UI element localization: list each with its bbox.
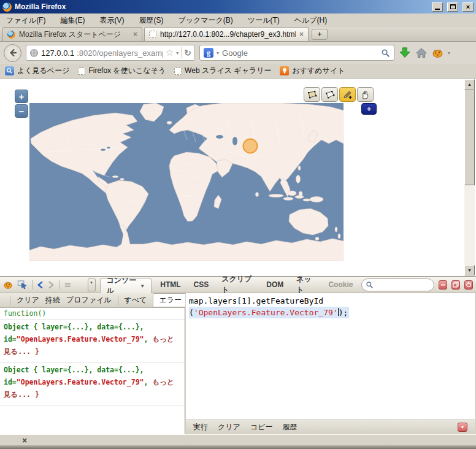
inspect-element-icon[interactable] xyxy=(17,279,28,290)
map-zoom-out-button[interactable]: − xyxy=(15,104,28,118)
tab-chapter9-ex3[interactable]: http://127.0.0.1:802...9/chapter9_ex3.ht… xyxy=(144,27,309,41)
firebug-toolbar-button[interactable] xyxy=(432,48,443,58)
run-button[interactable]: 実行 xyxy=(193,422,208,432)
collapse-editor-button[interactable]: ▼ xyxy=(458,423,467,432)
firebug-popout-button[interactable] xyxy=(451,280,460,290)
tab-label: http://127.0.0.1:802...9/chapter9_ex3.ht… xyxy=(160,30,296,39)
object-head[interactable]: Object { layer={...}, data={...}, xyxy=(4,366,144,374)
console-clear-button[interactable]: クリア xyxy=(17,295,39,305)
bookmark-firefox-help[interactable]: Firefox を使いこなそう xyxy=(78,66,166,76)
object-id-value[interactable]: "OpenLayers.Feature.Vector_79" xyxy=(17,378,144,386)
search-bar[interactable]: g ▾ xyxy=(199,45,394,61)
divider xyxy=(59,280,60,290)
tab-script[interactable]: スクリプト xyxy=(217,274,258,295)
scroll-up-button[interactable]: ▲ xyxy=(464,79,475,90)
command-bar: 実行 クリア コピー 履歴 ▼ xyxy=(186,420,475,434)
bookmark-label: よく見るページ xyxy=(17,66,69,76)
object-id-value[interactable]: "OpenLayers.Feature.Vector_79" xyxy=(17,335,144,343)
tool-draw-polygon-filled[interactable] xyxy=(304,87,320,102)
bookmark-label: Firefox を使いこなそう xyxy=(88,66,166,76)
search-engine-dropdown-icon[interactable]: ▾ xyxy=(217,50,219,56)
world-map[interactable] xyxy=(29,103,344,261)
menu-view[interactable]: 表示(V) xyxy=(99,15,124,26)
console-log-object[interactable]: Object { layer={...}, data={...}, id="Op… xyxy=(0,363,185,405)
tab-cookie[interactable]: Cookie xyxy=(324,280,357,289)
minimize-button[interactable] xyxy=(432,2,443,12)
title-bar: Mozilla Firefox × xyxy=(0,0,476,13)
vector-feature-marker[interactable] xyxy=(244,139,258,153)
filter-errors-button[interactable]: エラー xyxy=(153,293,185,307)
url-bar[interactable]: 127.0.0.1 :8020/openlayers_example/C ☆ ▾… xyxy=(26,45,195,61)
search-icon[interactable] xyxy=(381,48,390,58)
firebug-minimize-button[interactable] xyxy=(439,280,447,290)
menu-edit[interactable]: 編集(E) xyxy=(60,15,85,26)
filter-all-button[interactable]: すべて xyxy=(125,295,147,305)
console-log-function[interactable]: function() xyxy=(0,308,185,320)
tab-start-page[interactable]: Mozilla Firefox スタートページ × xyxy=(2,27,142,41)
console-persist-button[interactable]: 持続 xyxy=(45,295,60,305)
menu-bookmarks[interactable]: ブックマーク(B) xyxy=(178,15,232,26)
search-input[interactable] xyxy=(222,48,378,58)
panel-list-icon[interactable] xyxy=(64,281,72,289)
menu-tools[interactable]: ツール(T) xyxy=(248,15,280,26)
console-log-object[interactable]: Object { layer={...}, data={...}, id="Op… xyxy=(0,320,185,363)
bookmark-recommended-sites[interactable]: おすすめサイト xyxy=(280,66,345,76)
addon-bar-close-icon[interactable]: × xyxy=(22,436,27,445)
menu-file[interactable]: ファイル(F) xyxy=(6,15,45,26)
history-button[interactable]: 履歴 xyxy=(282,422,297,432)
tab-dom[interactable]: DOM xyxy=(262,280,288,289)
downloads-button[interactable] xyxy=(399,47,411,59)
scroll-down-button[interactable]: ▼ xyxy=(464,265,475,275)
tool-draw-polygon-outline[interactable] xyxy=(321,87,338,102)
bookmark-star-icon[interactable]: ☆ xyxy=(166,47,174,58)
clear-button[interactable]: クリア xyxy=(218,422,240,432)
firebug-search-input[interactable] xyxy=(376,281,430,288)
tab-close-icon[interactable]: × xyxy=(133,30,137,39)
tool-pan-map[interactable] xyxy=(357,87,374,102)
copy-button[interactable]: コピー xyxy=(250,422,273,432)
default-favicon xyxy=(174,67,182,75)
console-profile-button[interactable]: プロファイル xyxy=(66,295,112,305)
url-dropdown-icon[interactable]: ▾ xyxy=(176,50,178,56)
bookmark-most-visited[interactable]: よく見るページ xyxy=(5,66,69,76)
history-back-icon[interactable] xyxy=(37,280,44,290)
menu-bar: ファイル(F) 編集(E) 表示(V) 履歴(S) ブックマーク(B) ツール(… xyxy=(0,13,476,27)
tab-net[interactable]: ネット xyxy=(292,274,320,295)
tab-html[interactable]: HTML xyxy=(156,280,185,289)
separator: , xyxy=(144,335,148,343)
close-button[interactable]: × xyxy=(463,2,474,12)
home-icon xyxy=(415,47,428,59)
tab-strip: Mozilla Firefox スタートページ × http://127.0.0… xyxy=(0,27,476,42)
bookmark-label: おすすめサイト xyxy=(292,66,345,76)
function-value[interactable]: function() xyxy=(4,309,46,318)
command-editor[interactable]: map.layers[1].getFeatureById ('OpenLayer… xyxy=(186,293,475,420)
console-tab-caret-icon[interactable]: ▼ xyxy=(140,283,145,289)
caret-icon: ▾ xyxy=(90,280,93,285)
firebug-search-box[interactable] xyxy=(361,278,434,291)
back-arrow-icon xyxy=(8,48,18,58)
firebug-close-button[interactable] xyxy=(464,280,473,290)
layer-switcher-button[interactable]: + xyxy=(361,103,377,115)
firebug-menu-icon[interactable] xyxy=(3,280,13,290)
reload-icon[interactable]: ↻ xyxy=(184,48,191,58)
menu-help[interactable]: ヘルプ(H) xyxy=(294,15,328,26)
default-favicon xyxy=(78,67,85,75)
object-head[interactable]: Object { layer={...}, data={...}, xyxy=(4,323,144,331)
tab-console[interactable]: コンソール ▼ xyxy=(100,278,152,293)
history-forward-icon[interactable] xyxy=(48,280,55,290)
tool-modify-feature[interactable] xyxy=(339,87,356,102)
menu-history[interactable]: 履歴(S) xyxy=(139,15,163,26)
scrollbar-thumb[interactable] xyxy=(464,90,475,185)
tab-close-icon[interactable]: × xyxy=(299,30,304,39)
maximize-button[interactable] xyxy=(447,2,458,12)
home-button[interactable] xyxy=(415,47,428,59)
map-zoom-in-button[interactable]: + xyxy=(15,90,28,103)
back-button[interactable] xyxy=(4,44,21,62)
bookmark-web-slice-gallery[interactable]: Web スライス ギャラリー xyxy=(174,66,271,76)
console-toolbar: クリア 持続 プロファイル すべて エラー xyxy=(0,293,185,308)
paren-open: ( xyxy=(189,308,194,317)
command-popup-toggle[interactable]: ▾ xyxy=(88,278,96,291)
new-tab-button[interactable]: + xyxy=(312,29,328,40)
tab-css[interactable]: CSS xyxy=(190,280,213,289)
toolbar-overflow-icon[interactable]: ▾ xyxy=(448,50,450,56)
